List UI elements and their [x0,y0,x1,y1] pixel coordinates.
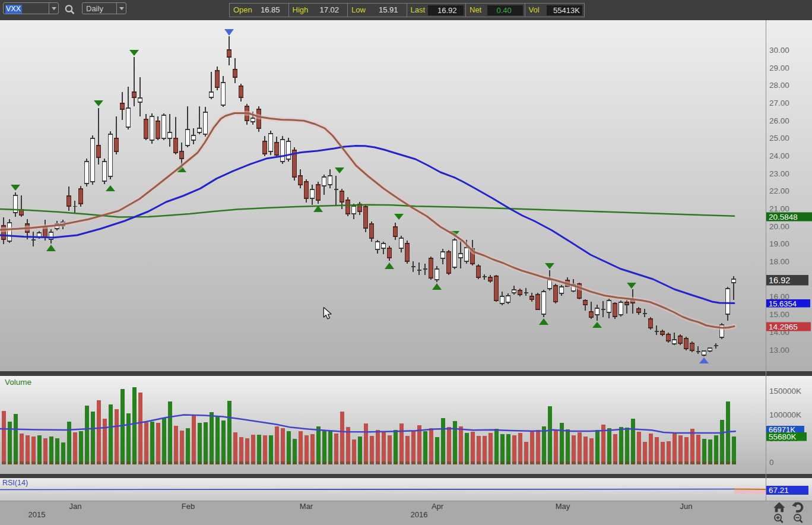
svg-text:19.00: 19.00 [769,239,789,248]
svg-text:24.00: 24.00 [769,151,789,160]
svg-text:2015: 2015 [28,510,46,519]
svg-text:100000K: 100000K [769,410,801,419]
svg-text:28.00: 28.00 [769,81,789,90]
svg-text:27.00: 27.00 [769,99,789,107]
svg-text:67.21: 67.21 [769,486,789,495]
svg-text:20.00: 20.00 [769,222,789,231]
svg-text:21.00: 21.00 [769,204,789,213]
svg-text:18.00: 18.00 [769,257,789,266]
svg-text:Apr: Apr [432,502,444,511]
svg-text:29.00: 29.00 [769,64,789,72]
svg-text:Jun: Jun [680,502,693,511]
svg-text:16.92: 16.92 [769,276,790,285]
svg-text:150000K: 150000K [769,387,801,396]
svg-text:2016: 2016 [411,510,428,519]
svg-text:23.00: 23.00 [769,169,789,178]
svg-text:20.5848: 20.5848 [769,213,798,222]
svg-text:13.00: 13.00 [769,346,789,355]
svg-text:Feb: Feb [182,502,195,511]
svg-text:RSI(14): RSI(14) [2,479,28,487]
svg-text:14.2965: 14.2965 [769,322,798,331]
svg-text:26.00: 26.00 [769,116,789,125]
svg-text:Mar: Mar [300,502,313,511]
svg-text:55680K: 55680K [769,432,797,441]
svg-text:30.00: 30.00 [769,46,789,55]
svg-text:0: 0 [769,458,774,467]
svg-text:Jan: Jan [69,502,82,511]
svg-text:Volume: Volume [5,378,31,387]
svg-text:15.6354: 15.6354 [769,299,797,308]
svg-text:May: May [556,502,570,511]
svg-text:25.00: 25.00 [769,134,789,143]
svg-text:22.00: 22.00 [769,186,789,195]
svg-text:15.00: 15.00 [769,310,789,319]
